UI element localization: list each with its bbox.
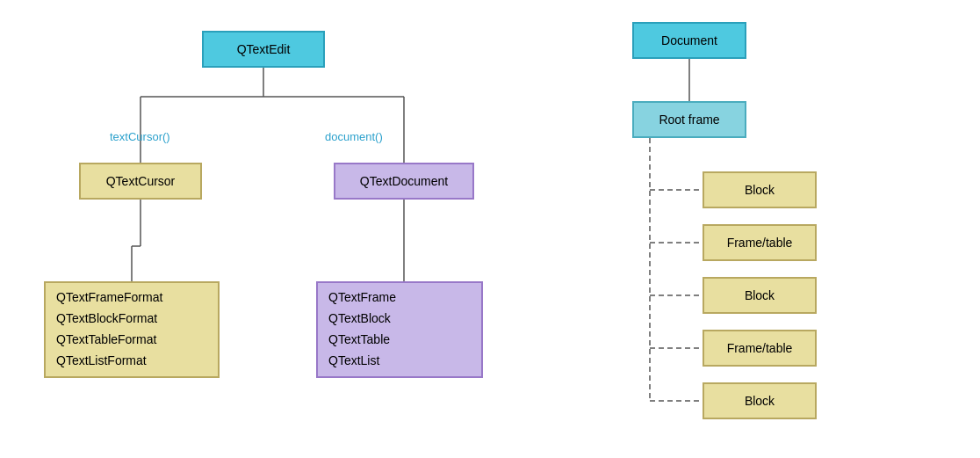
qtextcursor-node: QTextCursor (79, 163, 202, 200)
block3-node: Block (703, 382, 817, 419)
qtextedit-node: QTextEdit (202, 31, 325, 68)
qtextdocument-node: QTextDocument (334, 163, 474, 200)
frame-table1-node: Frame/table (703, 224, 817, 261)
block1-node: Block (703, 171, 817, 208)
document-node: Document (632, 22, 746, 59)
textcursor-label: textCursor() (110, 130, 170, 143)
left-svg-lines (0, 0, 580, 458)
right-diagram: Document Root frame Block Frame/table Bl… (580, 0, 980, 458)
frame-table2-node: Frame/table (703, 330, 817, 367)
left-diagram: QTextEdit textCursor() document() QTextC… (0, 0, 580, 458)
diagram-container: QTextEdit textCursor() document() QTextC… (0, 0, 980, 458)
block2-node: Block (703, 277, 817, 314)
classes-box: QTextFrame QTextBlock QTextTable QTextLi… (316, 281, 483, 378)
formats-box: QTextFrameFormat QTextBlockFormat QTextT… (44, 281, 220, 378)
document-label: document() (325, 130, 383, 143)
root-frame-node: Root frame (632, 101, 746, 138)
